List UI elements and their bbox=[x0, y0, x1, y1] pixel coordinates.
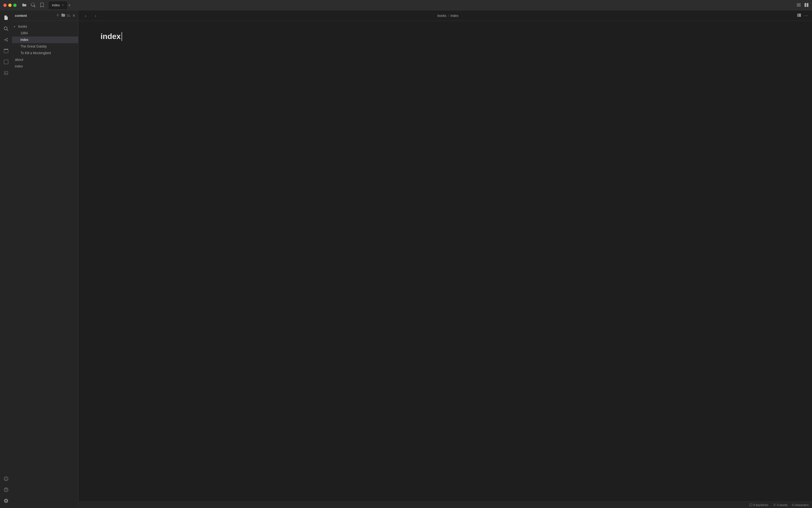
svg-rect-0 bbox=[797, 4, 801, 4]
svg-point-6 bbox=[7, 38, 8, 39]
layout-icon[interactable] bbox=[804, 3, 809, 8]
settings-icon[interactable] bbox=[1, 496, 11, 506]
help-icon[interactable] bbox=[1, 485, 11, 495]
minimize-button[interactable] bbox=[8, 4, 12, 7]
sidebar-item-index-root-label: index bbox=[15, 65, 23, 68]
maximize-button[interactable] bbox=[13, 4, 16, 7]
svg-rect-3 bbox=[805, 3, 806, 7]
pages-icon[interactable] bbox=[1, 57, 11, 67]
breadcrumb-index: index bbox=[450, 14, 459, 18]
svg-rect-4 bbox=[807, 3, 808, 7]
terminal-icon[interactable] bbox=[1, 68, 11, 78]
title-bar-icons bbox=[22, 3, 44, 8]
sidebar-item-1984[interactable]: 1984 bbox=[12, 30, 78, 37]
sidebar-title: content bbox=[15, 14, 54, 18]
search-sidebar-icon[interactable] bbox=[1, 24, 11, 34]
breadcrumb: books / index bbox=[102, 14, 794, 18]
breadcrumb-books: books bbox=[437, 14, 446, 18]
svg-point-5 bbox=[4, 39, 5, 40]
bookmark-icon[interactable] bbox=[40, 3, 44, 8]
tab-label: index bbox=[52, 3, 60, 7]
svg-point-14 bbox=[6, 491, 6, 491]
main-layout: content ✕ ▾ books 1984 index bbox=[0, 10, 812, 508]
sidebar-item-about-label: about bbox=[15, 58, 23, 61]
new-file-icon[interactable] bbox=[56, 13, 60, 18]
tabs-area: index × + bbox=[49, 1, 794, 9]
reader-view-icon[interactable] bbox=[797, 13, 802, 18]
svg-line-8 bbox=[5, 39, 7, 40]
characters-count: 0 characters bbox=[792, 503, 809, 507]
editor-area: ‹ › books / index ⋯ index 0 backli bbox=[79, 10, 812, 508]
tab-close-icon[interactable]: × bbox=[62, 4, 64, 7]
traffic-lights bbox=[3, 4, 16, 7]
sidebar-item-books-label: books bbox=[18, 25, 27, 29]
close-button[interactable] bbox=[3, 4, 7, 7]
words-status: 0 words bbox=[773, 503, 788, 507]
sidebar-item-1984-label: 1984 bbox=[20, 31, 28, 35]
title-bar-right bbox=[797, 3, 809, 8]
title-bar: index × + bbox=[0, 0, 812, 10]
text-cursor bbox=[122, 32, 122, 41]
breadcrumb-sep: / bbox=[448, 14, 449, 18]
more-options-icon[interactable]: ⋯ bbox=[804, 13, 808, 18]
sidebar-item-great-gatsby-label: The Great Gatsby bbox=[20, 44, 47, 48]
activity-bar-top bbox=[1, 13, 11, 473]
svg-point-12 bbox=[6, 478, 6, 478]
backlinks-count: 0 backlinks bbox=[754, 503, 768, 507]
activity-bar-bottom bbox=[1, 474, 11, 506]
folder-icon[interactable] bbox=[22, 3, 27, 8]
activity-bar bbox=[0, 10, 12, 508]
sidebar-item-index-root[interactable]: index bbox=[12, 63, 78, 70]
sidebar-content: ▾ books 1984 index The Great Gatsby To K… bbox=[12, 21, 78, 72]
svg-point-7 bbox=[7, 40, 8, 41]
svg-rect-1 bbox=[797, 5, 801, 5]
status-bar: 0 backlinks 0 words 0 characters bbox=[79, 501, 812, 508]
files-icon[interactable] bbox=[1, 13, 11, 23]
sidebar-item-mockingbird-label: To Kill a Mockingbird bbox=[20, 51, 51, 55]
sidebar-item-mockingbird[interactable]: To Kill a Mockingbird bbox=[12, 50, 78, 56]
new-folder-icon[interactable] bbox=[61, 13, 65, 18]
forward-button[interactable]: › bbox=[92, 12, 99, 19]
svg-rect-2 bbox=[797, 6, 801, 6]
words-count: 0 words bbox=[777, 503, 788, 507]
sidebar-item-books[interactable]: ▾ books bbox=[12, 23, 78, 30]
tab-index[interactable]: index × bbox=[49, 1, 67, 9]
sidebar-item-about[interactable]: about bbox=[12, 56, 78, 63]
sort-icon[interactable] bbox=[67, 13, 71, 18]
sidebar: content ✕ ▾ books 1984 index bbox=[12, 10, 79, 508]
sidebar-item-index-books[interactable]: index bbox=[12, 37, 78, 43]
editor-content[interactable]: index bbox=[79, 21, 812, 501]
graph-icon[interactable] bbox=[1, 35, 11, 45]
sidebar-item-index-label: index bbox=[20, 38, 29, 42]
sidebar-toggle-icon[interactable] bbox=[797, 3, 801, 8]
sidebar-header: content ✕ bbox=[12, 10, 78, 21]
editor-toolbar-right: ⋯ bbox=[797, 13, 808, 18]
editor-title: index bbox=[100, 32, 790, 41]
back-button[interactable]: ‹ bbox=[82, 12, 89, 19]
new-tab-button[interactable]: + bbox=[68, 3, 71, 8]
backlinks-status: 0 backlinks bbox=[749, 503, 768, 507]
calendar-icon[interactable] bbox=[1, 46, 11, 56]
svg-line-9 bbox=[5, 40, 7, 41]
sidebar-item-great-gatsby[interactable]: The Great Gatsby bbox=[12, 43, 78, 50]
editor-toolbar: ‹ › books / index ⋯ bbox=[79, 10, 812, 21]
characters-status: 0 characters bbox=[792, 503, 809, 507]
close-sidebar-icon[interactable]: ✕ bbox=[73, 13, 76, 18]
folder-arrow-icon: ▾ bbox=[14, 25, 17, 28]
editor-title-text: index bbox=[100, 32, 121, 41]
search-icon[interactable] bbox=[31, 3, 35, 8]
info-icon[interactable] bbox=[1, 474, 11, 484]
